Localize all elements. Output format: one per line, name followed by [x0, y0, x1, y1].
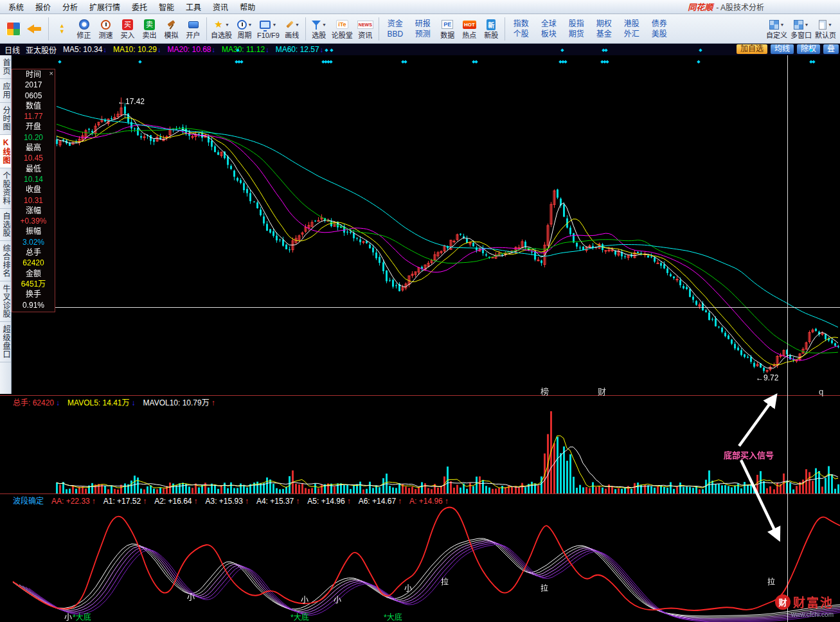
- info-line: 0605: [12, 91, 55, 101]
- toolbar-button-draw-line[interactable]: ▼画线: [281, 15, 303, 42]
- toolbar-button-label: 测速: [99, 31, 113, 40]
- down-arrow-icon: ↓: [212, 46, 216, 53]
- menu-analysis[interactable]: 分析: [57, 1, 84, 12]
- button-overlay[interactable]: 叠: [823, 44, 839, 54]
- toolbar-link-indices[interactable]: 指数: [514, 19, 529, 29]
- toolbar-button-default-page[interactable]: ▼默认页: [814, 15, 837, 42]
- sidebar-tab-watchlist[interactable]: 自选股: [0, 209, 11, 241]
- speed-test-icon: [101, 20, 111, 30]
- info-line: 最低: [12, 164, 55, 174]
- chevron-down-icon: ▼: [248, 22, 253, 27]
- toolbar-link-research[interactable]: 研报: [415, 19, 431, 29]
- news-icon: NEWS: [357, 21, 373, 29]
- cfchi-url: www.cfchi.com: [775, 611, 834, 618]
- toolbar-button-speed-test[interactable]: 测速: [95, 15, 116, 42]
- close-icon[interactable]: ×: [49, 69, 53, 77]
- sidebar-tab-kline[interactable]: K线图: [0, 135, 11, 168]
- toolbar-button-news[interactable]: NEWS资讯: [355, 15, 376, 42]
- toolbar-button-label: 选股: [312, 31, 326, 40]
- toolbar-button-buy[interactable]: 买买入: [117, 15, 138, 42]
- menu-extended-quotes[interactable]: 扩展行情: [84, 1, 126, 12]
- cfchi-watermark: 财 财富池 www.cfchi.com: [775, 593, 834, 618]
- toolbar-link-futures[interactable]: 期货: [569, 29, 584, 39]
- info-line: 换手: [12, 289, 55, 299]
- menu-help[interactable]: 帮助: [234, 1, 261, 12]
- toolbar-button-f10-f9[interactable]: ▼F10/F9: [256, 15, 281, 42]
- toolbar-button-correct[interactable]: 修正: [73, 15, 94, 42]
- toolbar-link-forex[interactable]: 外汇: [624, 29, 639, 39]
- sidebar-tab-apps[interactable]: 应用: [0, 79, 11, 103]
- toolbar-button-customize[interactable]: ▼自定义: [765, 15, 789, 42]
- toolbar-link-sectors[interactable]: 板块: [541, 29, 557, 39]
- toolbar-link-bbd[interactable]: BBD: [388, 29, 404, 39]
- correct-icon: [79, 19, 89, 30]
- toolbar-link-global[interactable]: 全球: [541, 19, 557, 29]
- indicator-value: A4: +15.37: [256, 497, 294, 506]
- info-line: 3.02%: [12, 237, 55, 247]
- toolbar-button-back[interactable]: [24, 15, 46, 42]
- volume-value: 总手: 62420: [13, 398, 54, 407]
- toolbar-button-sell[interactable]: 卖卖出: [139, 15, 160, 42]
- toolbar-button-data[interactable]: PE数据: [437, 15, 458, 42]
- toolbar-button-forum[interactable]: iTe论股堂: [330, 15, 354, 42]
- toolbar-link-hk-stocks[interactable]: 港股: [624, 19, 639, 29]
- hot-topics-icon: HOT: [463, 21, 476, 29]
- toolbar-button-label: 默认页: [815, 31, 836, 40]
- wave-indicator-chart[interactable]: [12, 506, 840, 622]
- button-ma-settings[interactable]: 均线: [771, 44, 794, 54]
- watchlist-icon: [213, 19, 224, 30]
- toolbar-link-stocks[interactable]: 个股: [514, 29, 529, 39]
- indicator-header-values: 波段确定AA: +22.33↑A1: +17.52↑A2: +16.64↑A3:…: [13, 495, 451, 506]
- toolbar-link-funds[interactable]: 资金: [388, 19, 403, 29]
- menu-tools[interactable]: 工具: [180, 1, 207, 12]
- sidebar-tab-intraday[interactable]: 分时图: [0, 103, 11, 135]
- sidebar-tab-home[interactable]: 首页: [0, 55, 11, 79]
- ma-bar-buttons: 加自选均线除权叠: [733, 44, 839, 54]
- toolbar-link-bonds[interactable]: 债券: [652, 19, 667, 29]
- chevron-down-icon: ▼: [805, 22, 809, 27]
- toolbar-button-new-shares[interactable]: 新新股: [481, 15, 502, 42]
- menu-info[interactable]: 资讯: [207, 1, 234, 12]
- app-logo-icon: [6, 22, 21, 36]
- toolbar-link-options[interactable]: 期权: [596, 19, 612, 29]
- toolbar-button-watchlist[interactable]: ▼自选股: [210, 15, 233, 42]
- sidebar-tab-ranking[interactable]: 综合排名: [0, 241, 11, 281]
- menu-orders[interactable]: 委托: [126, 1, 153, 12]
- toolbar-button-label: 买入: [121, 31, 135, 40]
- toolbar-button-period[interactable]: ▼周期: [234, 15, 255, 42]
- menu-system[interactable]: 系统: [3, 1, 30, 12]
- toolbar-link-funds-market[interactable]: 基金: [596, 29, 612, 39]
- toolbar-button-hot-topics[interactable]: HOT热点: [459, 15, 480, 42]
- toolbar-button-label: 模拟: [165, 31, 179, 40]
- toolbar-button-app-logo[interactable]: [3, 15, 24, 42]
- sidebar-tab-stock-profile[interactable]: 个股资料: [0, 168, 11, 209]
- toolbar-button-label: 资讯: [358, 31, 372, 40]
- period-label[interactable]: 日线: [4, 44, 20, 55]
- down-arrow-icon: ↓: [103, 46, 107, 53]
- toolbar-link-us-stocks[interactable]: 美股: [652, 29, 667, 39]
- toolbar-group-bonds-us: 债券美股: [646, 15, 673, 42]
- toolbar-group-indices-stocks: 指数个股: [508, 15, 535, 42]
- info-panel: × 时间20170605数值11.77开盘10.20最高10.45最低10.14…: [12, 69, 55, 312]
- kline-chart[interactable]: [12, 55, 840, 395]
- toolbar-link-forecast[interactable]: 预测: [415, 29, 431, 39]
- toolbar-button-multi-window[interactable]: ▼多窗口: [789, 15, 813, 42]
- toolbar-button-scroll-updown[interactable]: ▲▼: [51, 15, 73, 42]
- menu-smart[interactable]: 智能: [153, 1, 180, 12]
- ma-value: MA20: 10.68: [167, 45, 211, 54]
- period-icon: [237, 20, 247, 30]
- toolbar-link-index-futures[interactable]: 股指: [569, 19, 584, 29]
- toolbar-separator: [206, 17, 207, 40]
- toolbar-button-stock-picker[interactable]: ▼选股: [308, 15, 330, 42]
- button-add-watchlist[interactable]: 加自选: [737, 44, 767, 54]
- sidebar-tab-diagnosis[interactable]: 牛叉诊股: [0, 281, 11, 322]
- toolbar-button-open-account[interactable]: 开户: [183, 15, 204, 42]
- sidebar-tab-super-orderbook[interactable]: 超级盘口: [0, 322, 11, 362]
- volume-chart[interactable]: [12, 408, 840, 493]
- menu-quotes[interactable]: 报价: [30, 1, 57, 12]
- button-ex-rights[interactable]: 除权: [797, 44, 820, 54]
- toolbar-separator: [505, 17, 505, 40]
- menubar: 系统报价分析扩展行情委托智能工具资讯帮助 同花顺 - A股技术分析: [0, 0, 840, 14]
- toolbar-group-hk-forex: 港股外汇: [618, 15, 645, 42]
- toolbar-button-simulate[interactable]: 模拟: [161, 15, 182, 42]
